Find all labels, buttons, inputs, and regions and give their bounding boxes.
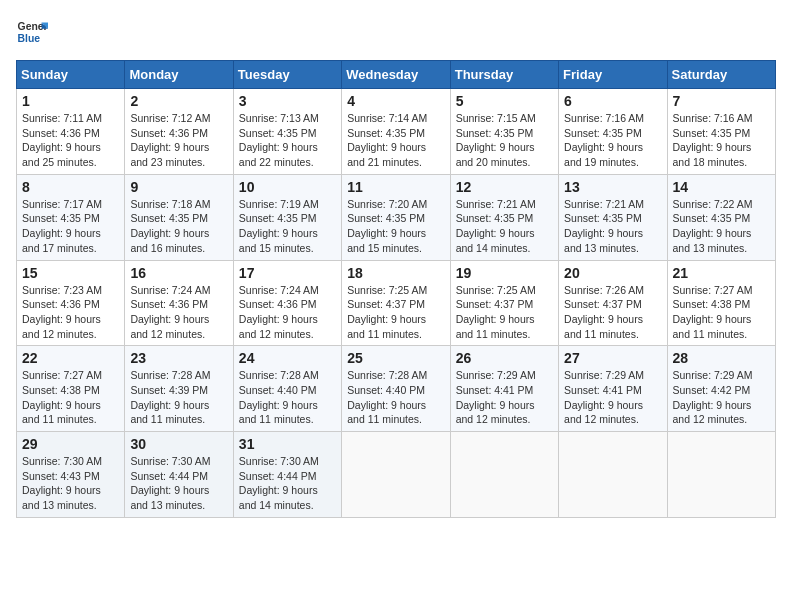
sunset-label: Sunset: 4:35 PM xyxy=(564,127,642,139)
weekday-header-tuesday: Tuesday xyxy=(233,61,341,89)
day-number: 30 xyxy=(130,436,227,452)
calendar-cell: 27 Sunrise: 7:29 AM Sunset: 4:41 PM Dayl… xyxy=(559,346,667,432)
sunrise-label: Sunrise: 7:23 AM xyxy=(22,284,102,296)
day-info: Sunrise: 7:11 AM Sunset: 4:36 PM Dayligh… xyxy=(22,111,119,170)
sunset-label: Sunset: 4:37 PM xyxy=(564,298,642,310)
day-info: Sunrise: 7:18 AM Sunset: 4:35 PM Dayligh… xyxy=(130,197,227,256)
daylight-label: Daylight: 9 hours and 13 minutes. xyxy=(130,484,209,511)
daylight-label: Daylight: 9 hours and 13 minutes. xyxy=(22,484,101,511)
sunset-label: Sunset: 4:35 PM xyxy=(347,212,425,224)
calendar-cell: 30 Sunrise: 7:30 AM Sunset: 4:44 PM Dayl… xyxy=(125,432,233,518)
daylight-label: Daylight: 9 hours and 18 minutes. xyxy=(673,141,752,168)
logo: General Blue xyxy=(16,16,48,48)
sunset-label: Sunset: 4:35 PM xyxy=(673,212,751,224)
calendar-cell: 2 Sunrise: 7:12 AM Sunset: 4:36 PM Dayli… xyxy=(125,89,233,175)
calendar-cell: 4 Sunrise: 7:14 AM Sunset: 4:35 PM Dayli… xyxy=(342,89,450,175)
sunset-label: Sunset: 4:36 PM xyxy=(22,127,100,139)
day-number: 4 xyxy=(347,93,444,109)
day-number: 20 xyxy=(564,265,661,281)
sunrise-label: Sunrise: 7:25 AM xyxy=(347,284,427,296)
sunset-label: Sunset: 4:35 PM xyxy=(564,212,642,224)
day-info: Sunrise: 7:22 AM Sunset: 4:35 PM Dayligh… xyxy=(673,197,770,256)
sunset-label: Sunset: 4:35 PM xyxy=(456,127,534,139)
sunrise-label: Sunrise: 7:29 AM xyxy=(456,369,536,381)
sunrise-label: Sunrise: 7:27 AM xyxy=(673,284,753,296)
calendar-cell: 31 Sunrise: 7:30 AM Sunset: 4:44 PM Dayl… xyxy=(233,432,341,518)
sunset-label: Sunset: 4:35 PM xyxy=(239,127,317,139)
day-number: 6 xyxy=(564,93,661,109)
day-number: 3 xyxy=(239,93,336,109)
day-number: 26 xyxy=(456,350,553,366)
day-number: 9 xyxy=(130,179,227,195)
daylight-label: Daylight: 9 hours and 16 minutes. xyxy=(130,227,209,254)
sunrise-label: Sunrise: 7:11 AM xyxy=(22,112,102,124)
sunrise-label: Sunrise: 7:21 AM xyxy=(564,198,644,210)
daylight-label: Daylight: 9 hours and 19 minutes. xyxy=(564,141,643,168)
calendar-cell: 5 Sunrise: 7:15 AM Sunset: 4:35 PM Dayli… xyxy=(450,89,558,175)
sunset-label: Sunset: 4:35 PM xyxy=(22,212,100,224)
calendar-cell: 9 Sunrise: 7:18 AM Sunset: 4:35 PM Dayli… xyxy=(125,174,233,260)
calendar-cell: 17 Sunrise: 7:24 AM Sunset: 4:36 PM Dayl… xyxy=(233,260,341,346)
sunrise-label: Sunrise: 7:16 AM xyxy=(673,112,753,124)
day-number: 23 xyxy=(130,350,227,366)
day-info: Sunrise: 7:28 AM Sunset: 4:39 PM Dayligh… xyxy=(130,368,227,427)
sunrise-label: Sunrise: 7:28 AM xyxy=(239,369,319,381)
calendar-cell: 28 Sunrise: 7:29 AM Sunset: 4:42 PM Dayl… xyxy=(667,346,775,432)
day-number: 17 xyxy=(239,265,336,281)
calendar-header-row: SundayMondayTuesdayWednesdayThursdayFrid… xyxy=(17,61,776,89)
calendar-week-row: 15 Sunrise: 7:23 AM Sunset: 4:36 PM Dayl… xyxy=(17,260,776,346)
sunrise-label: Sunrise: 7:29 AM xyxy=(564,369,644,381)
day-info: Sunrise: 7:30 AM Sunset: 4:44 PM Dayligh… xyxy=(130,454,227,513)
sunrise-label: Sunrise: 7:28 AM xyxy=(347,369,427,381)
sunrise-label: Sunrise: 7:18 AM xyxy=(130,198,210,210)
day-number: 19 xyxy=(456,265,553,281)
weekday-header-monday: Monday xyxy=(125,61,233,89)
daylight-label: Daylight: 9 hours and 15 minutes. xyxy=(347,227,426,254)
day-number: 27 xyxy=(564,350,661,366)
calendar-week-row: 8 Sunrise: 7:17 AM Sunset: 4:35 PM Dayli… xyxy=(17,174,776,260)
calendar-cell: 10 Sunrise: 7:19 AM Sunset: 4:35 PM Dayl… xyxy=(233,174,341,260)
calendar-cell: 12 Sunrise: 7:21 AM Sunset: 4:35 PM Dayl… xyxy=(450,174,558,260)
daylight-label: Daylight: 9 hours and 17 minutes. xyxy=(22,227,101,254)
daylight-label: Daylight: 9 hours and 11 minutes. xyxy=(239,399,318,426)
sunrise-label: Sunrise: 7:25 AM xyxy=(456,284,536,296)
sunrise-label: Sunrise: 7:21 AM xyxy=(456,198,536,210)
sunrise-label: Sunrise: 7:30 AM xyxy=(239,455,319,467)
sunset-label: Sunset: 4:36 PM xyxy=(22,298,100,310)
daylight-label: Daylight: 9 hours and 12 minutes. xyxy=(673,399,752,426)
calendar-table: SundayMondayTuesdayWednesdayThursdayFrid… xyxy=(16,60,776,518)
daylight-label: Daylight: 9 hours and 12 minutes. xyxy=(22,313,101,340)
day-info: Sunrise: 7:30 AM Sunset: 4:43 PM Dayligh… xyxy=(22,454,119,513)
day-info: Sunrise: 7:16 AM Sunset: 4:35 PM Dayligh… xyxy=(673,111,770,170)
day-info: Sunrise: 7:21 AM Sunset: 4:35 PM Dayligh… xyxy=(564,197,661,256)
calendar-cell: 3 Sunrise: 7:13 AM Sunset: 4:35 PM Dayli… xyxy=(233,89,341,175)
calendar-week-row: 1 Sunrise: 7:11 AM Sunset: 4:36 PM Dayli… xyxy=(17,89,776,175)
calendar-cell: 14 Sunrise: 7:22 AM Sunset: 4:35 PM Dayl… xyxy=(667,174,775,260)
daylight-label: Daylight: 9 hours and 20 minutes. xyxy=(456,141,535,168)
calendar-cell: 6 Sunrise: 7:16 AM Sunset: 4:35 PM Dayli… xyxy=(559,89,667,175)
day-info: Sunrise: 7:25 AM Sunset: 4:37 PM Dayligh… xyxy=(347,283,444,342)
day-number: 18 xyxy=(347,265,444,281)
sunset-label: Sunset: 4:35 PM xyxy=(673,127,751,139)
daylight-label: Daylight: 9 hours and 14 minutes. xyxy=(456,227,535,254)
daylight-label: Daylight: 9 hours and 13 minutes. xyxy=(564,227,643,254)
sunset-label: Sunset: 4:41 PM xyxy=(564,384,642,396)
day-info: Sunrise: 7:28 AM Sunset: 4:40 PM Dayligh… xyxy=(347,368,444,427)
day-number: 28 xyxy=(673,350,770,366)
sunrise-label: Sunrise: 7:22 AM xyxy=(673,198,753,210)
day-number: 25 xyxy=(347,350,444,366)
sunrise-label: Sunrise: 7:14 AM xyxy=(347,112,427,124)
daylight-label: Daylight: 9 hours and 11 minutes. xyxy=(130,399,209,426)
daylight-label: Daylight: 9 hours and 22 minutes. xyxy=(239,141,318,168)
day-info: Sunrise: 7:26 AM Sunset: 4:37 PM Dayligh… xyxy=(564,283,661,342)
sunset-label: Sunset: 4:35 PM xyxy=(130,212,208,224)
day-info: Sunrise: 7:15 AM Sunset: 4:35 PM Dayligh… xyxy=(456,111,553,170)
daylight-label: Daylight: 9 hours and 12 minutes. xyxy=(564,399,643,426)
day-number: 22 xyxy=(22,350,119,366)
calendar-cell: 1 Sunrise: 7:11 AM Sunset: 4:36 PM Dayli… xyxy=(17,89,125,175)
sunset-label: Sunset: 4:35 PM xyxy=(347,127,425,139)
calendar-cell xyxy=(342,432,450,518)
day-info: Sunrise: 7:24 AM Sunset: 4:36 PM Dayligh… xyxy=(239,283,336,342)
calendar-cell: 19 Sunrise: 7:25 AM Sunset: 4:37 PM Dayl… xyxy=(450,260,558,346)
daylight-label: Daylight: 9 hours and 12 minutes. xyxy=(239,313,318,340)
